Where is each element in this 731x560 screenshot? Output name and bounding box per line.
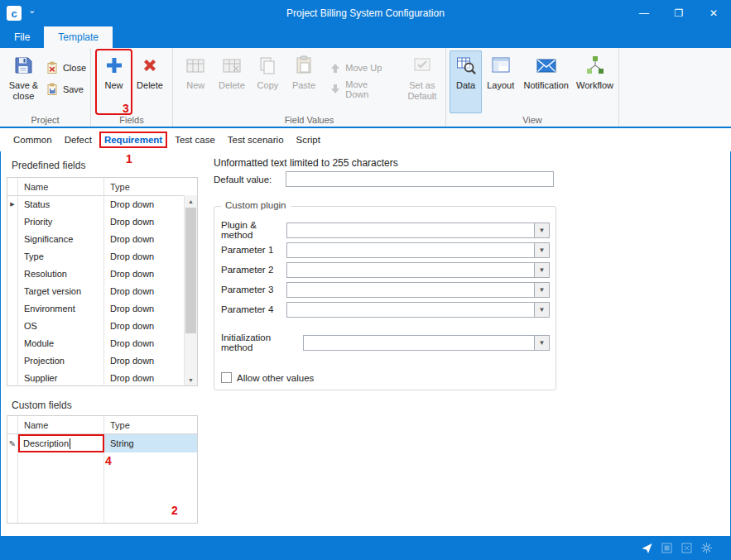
view-notification-button[interactable]: Notification <box>519 50 573 113</box>
predefined-field-row[interactable]: SignificanceDrop down <box>7 230 183 247</box>
combo-select[interactable]: ▼ <box>286 242 550 258</box>
field-type-cell[interactable]: String <box>104 434 197 452</box>
field-name-cell: Status <box>18 195 104 213</box>
predefined-field-row[interactable]: PriorityDrop down <box>7 213 183 230</box>
field-type-cell: Drop down <box>104 247 183 265</box>
row-indicator-icon <box>7 230 18 247</box>
save-button[interactable]: Save <box>43 82 89 97</box>
template-tab-requirement[interactable]: Requirement <box>99 132 167 148</box>
delete-field-button[interactable]: Delete <box>131 50 169 113</box>
empty-name-column <box>18 452 104 523</box>
close-window-button[interactable]: ✕ <box>696 0 731 26</box>
ribbon-tab-template[interactable]: Template <box>44 26 113 48</box>
arrow-down-icon <box>329 84 341 95</box>
allow-other-values-checkbox[interactable] <box>221 372 232 383</box>
chevron-down-icon[interactable]: ▼ <box>534 283 549 297</box>
group-label-view: View <box>446 115 618 125</box>
predefined-field-row[interactable]: ResolutionDrop down <box>7 265 183 282</box>
row-indicator-icon <box>7 282 18 299</box>
default-value-input[interactable] <box>286 171 554 187</box>
combo-label: Parameter 4 <box>221 304 286 314</box>
envelope-icon <box>536 53 557 78</box>
ribbon: Save & close Close Save Project <box>0 48 731 128</box>
combo-select[interactable]: ▼ <box>286 302 550 318</box>
predefined-fields-title: Predefined fields <box>12 160 85 171</box>
predefined-field-row[interactable]: ModuleDrop down <box>7 334 183 352</box>
allow-other-values-row: Allow other values <box>221 372 314 383</box>
save-and-close-button[interactable]: Save & close <box>4 50 43 113</box>
predefined-field-row[interactable]: ProjectionDrop down <box>7 352 183 369</box>
ribbon-tab-file[interactable]: File <box>0 26 44 48</box>
field-type-cell: Drop down <box>104 282 183 299</box>
annotation-number-4: 4 <box>105 454 112 467</box>
predefined-field-row[interactable]: ▶StatusDrop down <box>7 195 183 213</box>
predefined-field-row[interactable]: EnvironmentDrop down <box>7 299 183 317</box>
share-pointer-icon[interactable] <box>641 542 653 554</box>
custom-field-row[interactable]: ✎ Description String <box>7 434 197 452</box>
vertical-scrollbar[interactable]: ▲ ▼ <box>184 195 197 385</box>
maximize-button[interactable]: ❐ <box>661 0 696 26</box>
chevron-down-icon[interactable]: ▼ <box>534 263 549 277</box>
view-workflow-button[interactable]: Workflow <box>573 50 617 113</box>
predefined-table-body: ▶StatusDrop downPriorityDrop downSignifi… <box>7 195 183 385</box>
layout-icon <box>490 53 512 78</box>
field-type-cell: Drop down <box>104 334 183 352</box>
minimize-button[interactable]: — <box>627 0 661 26</box>
delete-value-button: Delete <box>214 50 251 113</box>
new-field-label: New <box>104 80 123 91</box>
copy-button: Copy <box>250 50 286 113</box>
field-type-cell: Drop down <box>104 299 183 317</box>
paste-icon <box>293 53 315 78</box>
predefined-field-row[interactable]: SupplierDrop down <box>7 369 183 386</box>
panel-icon[interactable] <box>661 542 673 554</box>
workflow-icon <box>584 53 606 78</box>
paste-label: Paste <box>292 80 315 91</box>
move-up-label: Move Up <box>345 63 382 73</box>
custom-plugin-title: Custom plugin <box>221 200 291 210</box>
field-name-cell: Supplier <box>18 369 104 386</box>
field-name-cell: Target version <box>18 282 104 299</box>
chevron-down-icon[interactable]: ▼ <box>534 336 549 350</box>
field-type-cell: Drop down <box>104 317 183 334</box>
template-tab-test-case[interactable]: Test case <box>170 132 220 148</box>
template-tab-common[interactable]: Common <box>8 132 57 148</box>
text-caret <box>70 438 70 449</box>
view-data-label: Data <box>456 80 475 91</box>
table-grid-icon <box>185 53 206 78</box>
field-name-editor[interactable]: Description <box>18 434 104 452</box>
view-data-button[interactable]: Data <box>450 50 482 113</box>
scroll-down-icon[interactable]: ▼ <box>185 374 197 385</box>
template-tab-defect[interactable]: Defect <box>60 132 97 148</box>
scrollbar-thumb[interactable] <box>185 208 196 333</box>
ribbon-group-view: Data Layout Notification Workflow <box>446 48 619 127</box>
template-tab-script[interactable]: Script <box>291 132 325 148</box>
close-panel-icon[interactable] <box>681 542 693 554</box>
close-template-label: Close <box>63 63 86 73</box>
field-type-description: Unformatted text limited to 255 characte… <box>214 157 398 169</box>
combo-select[interactable]: ▼ <box>286 282 550 298</box>
combo-select[interactable]: ▼ <box>286 262 550 278</box>
scroll-up-icon[interactable]: ▲ <box>185 195 197 207</box>
chevron-down-icon[interactable]: ▼ <box>534 223 549 237</box>
row-indicator-icon <box>7 247 18 265</box>
predefined-field-row[interactable]: TypeDrop down <box>7 247 183 265</box>
predefined-field-row[interactable]: Target versionDrop down <box>7 282 183 299</box>
template-tab-bar: CommonDefectRequirementTest caseTest sce… <box>0 128 731 151</box>
view-layout-button[interactable]: Layout <box>482 50 519 113</box>
new-value-label: New <box>186 80 204 91</box>
chevron-down-icon[interactable]: ▼ <box>534 243 549 257</box>
window-title: Project Billing System Configuration <box>0 0 731 26</box>
template-tab-test-scenario[interactable]: Test scenario <box>223 132 289 148</box>
custom-plugin-groupbox: Custom plugin Plugin & method▼Parameter … <box>214 206 556 390</box>
save-and-close-label: Save & close <box>4 80 43 102</box>
combo-select[interactable]: ▼ <box>286 223 550 238</box>
chevron-down-icon[interactable]: ▼ <box>534 303 549 317</box>
ribbon-group-fields: New Delete Fields <box>91 48 173 127</box>
spark-settings-icon[interactable] <box>700 542 713 554</box>
close-template-button[interactable]: Close <box>43 60 89 75</box>
predefined-field-row[interactable]: OSDrop down <box>7 317 183 334</box>
combo-label: Parameter 3 <box>221 285 286 294</box>
field-type-cell: Drop down <box>104 230 183 247</box>
group-label-project: Project <box>0 115 90 125</box>
initialization-method-select[interactable]: ▼ <box>303 335 550 351</box>
